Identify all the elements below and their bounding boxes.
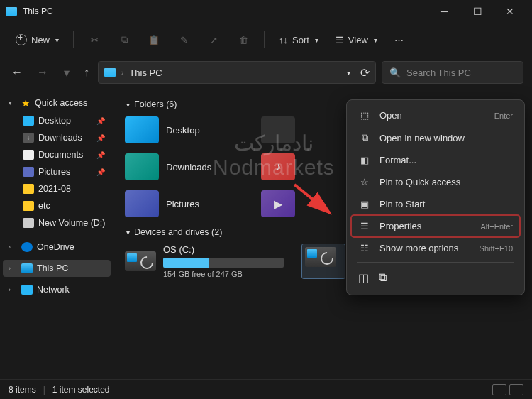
view-label: View xyxy=(348,35,368,45)
view-grid-button[interactable] xyxy=(509,384,523,395)
up-button[interactable]: ↑ xyxy=(81,63,92,82)
this-pc-icon xyxy=(21,263,33,273)
view-button[interactable]: ☰ View ▾ xyxy=(328,31,384,50)
new-window-icon: ⧉ xyxy=(358,132,371,143)
documents-folder-icon xyxy=(261,116,295,143)
documents-icon xyxy=(23,150,34,160)
network-icon xyxy=(21,285,33,295)
chevron-down-icon: ▾ xyxy=(126,229,130,236)
chevron-down-icon: ▾ xyxy=(9,99,17,106)
sidebar-onedrive[interactable]: › OneDrive xyxy=(3,239,111,256)
sidebar-quick-access[interactable]: ▾ ★ Quick access xyxy=(3,94,111,112)
pin-start-icon: ▣ xyxy=(358,199,371,209)
maximize-button[interactable]: ☐ xyxy=(461,0,494,23)
chevron-down-icon: ▾ xyxy=(126,101,130,109)
sidebar-network[interactable]: › Network xyxy=(3,281,111,298)
minimize-button[interactable]: ─ xyxy=(428,0,461,23)
new-label: New xyxy=(31,35,50,45)
search-input[interactable]: 🔍 Search This PC xyxy=(382,61,523,84)
storage-bar xyxy=(163,258,284,268)
downloads-folder-icon xyxy=(125,153,159,180)
plus-icon xyxy=(16,34,27,45)
history-button[interactable]: ▾ xyxy=(61,63,72,82)
downloads-icon: ↓ xyxy=(23,133,34,143)
footer-icon-2[interactable]: ⧉ xyxy=(379,271,387,285)
chevron-down-icon: ▾ xyxy=(374,36,377,44)
window-controls: ─ ☐ ✕ xyxy=(428,0,526,23)
star-icon: ★ xyxy=(21,97,31,109)
search-placeholder: Search This PC xyxy=(406,67,471,78)
quick-access-label: Quick access xyxy=(35,98,105,108)
pictures-folder-icon xyxy=(125,190,159,217)
view-details-button[interactable] xyxy=(492,384,506,395)
ctx-pin-start[interactable]: ▣ Pin to Start xyxy=(351,193,520,215)
ctx-properties[interactable]: ☰ Properties Alt+Enter xyxy=(351,215,520,237)
ctx-open-new-window[interactable]: ⧉ Open in new window xyxy=(351,126,520,149)
chevron-down-icon[interactable]: ▾ xyxy=(347,69,350,77)
copy-button[interactable]: ⧉ xyxy=(111,29,138,50)
statusbar: 8 items | 1 item selected xyxy=(0,379,532,399)
videos-folder-icon: ▶ xyxy=(261,190,295,217)
sidebar-item-documents[interactable]: Documents 📌 xyxy=(3,146,111,163)
breadcrumb-chevron: › xyxy=(121,69,123,77)
paste-button[interactable]: 📋 xyxy=(140,29,167,50)
ctx-format[interactable]: ◧ Format... xyxy=(351,149,520,171)
toolbar: New ▾ ✂ ⧉ 📋 ✎ ↗ 🗑 ↑↓ Sort ▾ ☰ View ▾ ⋯ xyxy=(0,23,532,57)
sidebar-item-downloads[interactable]: ↓ Downloads 📌 xyxy=(3,129,111,146)
pin-icon: 📌 xyxy=(96,117,105,125)
chevron-down-icon: ▾ xyxy=(55,36,59,44)
sidebar-item-desktop[interactable]: Desktop 📌 xyxy=(3,112,111,129)
format-icon: ◧ xyxy=(358,155,371,165)
share-icon: ↗ xyxy=(207,33,220,46)
chevron-right-icon: › xyxy=(9,286,17,293)
sidebar-item-2021-08[interactable]: 2021-08 xyxy=(3,180,111,197)
pin-icon: 📌 xyxy=(96,151,105,159)
drive-secondary[interactable] xyxy=(302,244,345,278)
delete-button[interactable]: 🗑 xyxy=(230,29,257,50)
folder-downloads[interactable]: Downloads xyxy=(125,153,253,180)
address-text: This PC xyxy=(129,67,340,78)
more-button[interactable]: ⋯ xyxy=(387,31,411,50)
status-selected: 1 item selected xyxy=(52,385,110,395)
ctx-pin-quick-access[interactable]: ☆ Pin to Quick access xyxy=(351,171,520,193)
sort-icon: ↑↓ xyxy=(279,35,288,45)
ctx-footer: ◫ ⧉ xyxy=(351,266,520,290)
nav-arrows: ← → ▾ ↑ xyxy=(9,63,92,82)
status-items: 8 items xyxy=(9,385,36,395)
ctx-show-more[interactable]: ☷ Show more options Shift+F10 xyxy=(351,237,520,259)
separator xyxy=(73,31,74,48)
address-bar[interactable]: › This PC ▾ ⟳ xyxy=(98,61,376,84)
pin-icon: 📌 xyxy=(96,134,105,142)
ctx-open[interactable]: ⬚ Open Enter xyxy=(351,104,520,126)
forward-button[interactable]: → xyxy=(34,63,51,82)
separator xyxy=(357,262,514,263)
this-pc-icon xyxy=(6,7,17,16)
view-icon: ☰ xyxy=(336,35,344,45)
chevron-down-icon: ▾ xyxy=(315,36,318,44)
sidebar-item-pictures[interactable]: Pictures 📌 xyxy=(3,163,111,180)
sidebar-item-etc[interactable]: etc xyxy=(3,197,111,214)
footer-icon-1[interactable]: ◫ xyxy=(358,271,369,285)
sort-button[interactable]: ↑↓ Sort ▾ xyxy=(272,31,326,50)
drive-icon xyxy=(305,247,336,267)
properties-icon: ☰ xyxy=(358,221,371,231)
folder-icon xyxy=(23,184,34,194)
window-title: This PC xyxy=(23,6,428,16)
sidebar-item-new-volume[interactable]: New Volume (D:) xyxy=(3,214,111,231)
folder-icon xyxy=(23,201,34,211)
cut-button[interactable]: ✂ xyxy=(81,29,108,50)
location-icon xyxy=(104,68,116,77)
sidebar: ▾ ★ Quick access Desktop 📌 ↓ Downloads 📌… xyxy=(0,88,113,379)
sidebar-this-pc[interactable]: › This PC xyxy=(3,260,111,277)
delete-icon: 🗑 xyxy=(237,33,250,46)
share-button[interactable]: ↗ xyxy=(200,29,227,50)
rename-button[interactable]: ✎ xyxy=(170,29,197,50)
folder-desktop[interactable]: Desktop xyxy=(125,116,253,143)
new-button[interactable]: New ▾ xyxy=(9,30,66,50)
drive-os-c[interactable]: OS (C:) 154 GB free of 247 GB xyxy=(125,244,288,278)
close-button[interactable]: ✕ xyxy=(494,0,526,23)
back-button[interactable]: ← xyxy=(9,63,26,82)
refresh-button[interactable]: ⟳ xyxy=(360,66,370,80)
folder-pictures[interactable]: Pictures xyxy=(125,190,253,217)
titlebar: This PC ─ ☐ ✕ xyxy=(0,0,532,23)
